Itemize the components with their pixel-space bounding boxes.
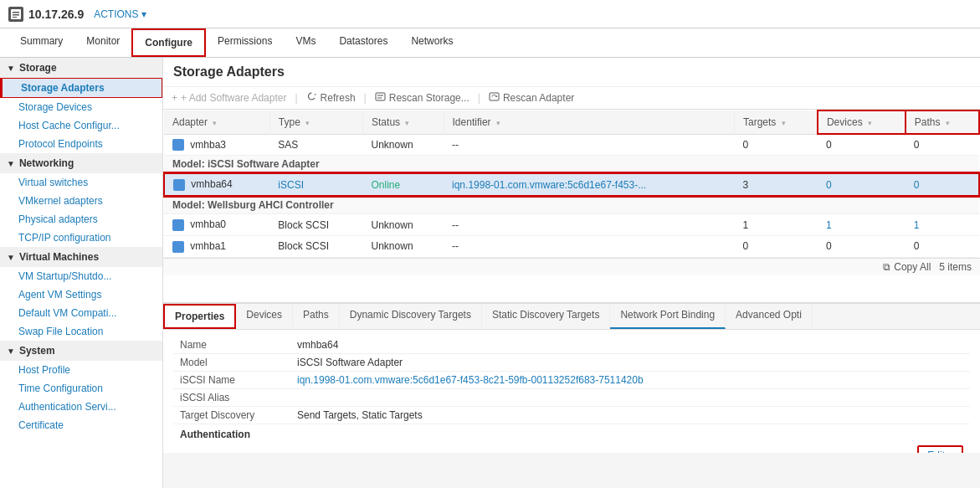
refresh-button[interactable]: Refresh: [306, 91, 356, 105]
plus-icon: +: [172, 92, 177, 104]
copy-all-button[interactable]: ⧉ Copy All: [883, 261, 931, 273]
model-row-iscsi: Model: iSCSI Software Adapter: [164, 156, 979, 174]
col-type[interactable]: Type ▾: [269, 110, 362, 134]
cell-status: Unknown: [363, 214, 444, 236]
cell-identifier: --: [444, 235, 734, 257]
cell-targets: 1: [734, 214, 817, 236]
col-identifier[interactable]: Identifier ▾: [444, 110, 734, 134]
col-paths[interactable]: Paths ▾: [906, 110, 979, 134]
host-title: 10.17.26.9: [28, 8, 84, 21]
cell-adapter: vmhba3: [164, 134, 269, 156]
col-status[interactable]: Status ▾: [363, 110, 444, 134]
table-row-selected[interactable]: vmhba64 iSCSI Online iqn.1998-01.com.vmw…: [164, 173, 979, 196]
sidebar: ▼ Storage Storage Adapters Storage Devic…: [0, 58, 163, 488]
cell-adapter: vmhba0: [164, 214, 269, 236]
adapter-icon: [173, 179, 185, 191]
prop-label: Model: [173, 354, 290, 372]
adapter-icon: [172, 241, 184, 253]
sidebar-item-auth-services[interactable]: Authentication Servi...: [0, 398, 162, 416]
sidebar-group-virtual-machines[interactable]: ▼ Virtual Machines: [0, 247, 162, 267]
sidebar-item-swap-file-location[interactable]: Swap File Location: [0, 322, 162, 341]
cell-targets: 0: [734, 235, 817, 257]
add-software-adapter-button[interactable]: + + Add Software Adapter: [172, 92, 286, 104]
tab-datastores[interactable]: Datastores: [327, 28, 399, 57]
table-row[interactable]: vmhba3 SAS Unknown -- 0 0 0: [164, 134, 979, 156]
properties-table: Name vmhba64 Model iSCSI Software Adapte…: [173, 336, 970, 424]
cell-type: SAS: [269, 134, 362, 156]
tab-vms[interactable]: VMs: [284, 28, 327, 57]
adapters-table: Adapter ▾ Type ▾ Status ▾: [163, 110, 980, 258]
cell-adapter: vmhba1: [164, 235, 269, 257]
rescan-storage-icon: [375, 91, 386, 105]
sidebar-item-vmkernel-adapters[interactable]: VMkernel adapters: [0, 192, 162, 210]
cell-adapter: vmhba64: [164, 173, 269, 196]
prop-name: Name vmhba64: [173, 336, 970, 354]
tab-advanced-options[interactable]: Advanced Opti: [726, 304, 813, 329]
table-row[interactable]: vmhba1 Block SCSI Unknown -- 0 0 0: [164, 235, 979, 257]
svg-rect-1: [13, 12, 19, 13]
table-row[interactable]: vmhba0 Block SCSI Unknown -- 1 1 1: [164, 214, 979, 236]
rescan-adapter-button[interactable]: Rescan Adapter: [489, 91, 574, 105]
host-icon: [8, 7, 23, 22]
prop-model: Model iSCSI Software Adapter: [173, 354, 970, 372]
svg-marker-4: [314, 94, 316, 96]
edit-button[interactable]: Edit...: [917, 445, 963, 453]
svg-rect-5: [376, 93, 385, 100]
authentication-header: Authentication: [173, 424, 970, 442]
sidebar-group-storage[interactable]: ▼ Storage: [0, 58, 162, 78]
tab-properties[interactable]: Properties: [163, 304, 236, 329]
sidebar-item-time-config[interactable]: Time Configuration: [0, 379, 162, 398]
sidebar-item-tcpip-config[interactable]: TCP/IP configuration: [0, 229, 162, 247]
model-label: Model: iSCSI Software Adapter: [164, 156, 979, 174]
sidebar-item-storage-devices[interactable]: Storage Devices: [0, 98, 162, 116]
cell-paths: 0: [906, 173, 979, 196]
bottom-panel: Properties Devices Paths Dynamic Discove…: [163, 302, 980, 453]
model-label: Model: Wellsburg AHCI Controller: [164, 196, 979, 214]
type-sort-icon: ▾: [305, 119, 310, 127]
prop-iscsi-alias: iSCSI Alias: [173, 389, 970, 407]
actions-button[interactable]: ACTIONS ▾: [94, 8, 146, 20]
content-area: Storage Adapters + + Add Software Adapte…: [163, 58, 980, 488]
tab-dynamic-discovery[interactable]: Dynamic Discovery Targets: [340, 304, 482, 329]
sidebar-group-networking[interactable]: ▼ Networking: [0, 153, 162, 173]
main-layout: ▼ Storage Storage Adapters Storage Devic…: [0, 58, 980, 488]
cell-type: iSCSI: [269, 173, 362, 196]
tab-network-port-binding[interactable]: Network Port Binding: [610, 304, 726, 329]
sidebar-item-vm-startup[interactable]: VM Startup/Shutdo...: [0, 267, 162, 285]
cell-identifier: iqn.1998-01.com.vmware:5c6d1e67-f453-...: [444, 173, 734, 196]
properties-content: Name vmhba64 Model iSCSI Software Adapte…: [163, 330, 980, 453]
cell-status: Unknown: [363, 235, 444, 257]
sidebar-item-virtual-switches[interactable]: Virtual switches: [0, 173, 162, 192]
adapter-icon: [172, 139, 184, 151]
cell-status: Unknown: [363, 134, 444, 156]
svg-rect-2: [13, 14, 19, 16]
sidebar-item-agent-vm-settings[interactable]: Agent VM Settings: [0, 285, 162, 304]
tab-paths[interactable]: Paths: [293, 304, 340, 329]
sidebar-item-physical-adapters[interactable]: Physical adapters: [0, 210, 162, 229]
prop-label: Target Discovery: [173, 407, 290, 424]
col-adapter[interactable]: Adapter ▾: [164, 110, 269, 134]
sidebar-item-protocol-endpoints[interactable]: Protocol Endpoints: [0, 135, 162, 153]
sidebar-item-certificate[interactable]: Certificate: [0, 416, 162, 434]
sidebar-item-host-profile[interactable]: Host Profile: [0, 361, 162, 379]
prop-value: [290, 389, 970, 407]
prop-value: vmhba64: [290, 336, 970, 354]
tab-monitor[interactable]: Monitor: [74, 28, 131, 57]
col-targets[interactable]: Targets ▾: [734, 110, 817, 134]
targets-sort-icon: ▾: [782, 119, 786, 127]
sidebar-item-default-vm-compat[interactable]: Default VM Compati...: [0, 304, 162, 322]
sidebar-group-system[interactable]: ▼ System: [0, 341, 162, 361]
adapter-icon: [172, 219, 184, 231]
sidebar-item-storage-adapters[interactable]: Storage Adapters: [0, 78, 162, 98]
tab-networks[interactable]: Networks: [399, 28, 464, 57]
networking-arrow: ▼: [7, 159, 15, 168]
tab-devices[interactable]: Devices: [236, 304, 293, 329]
tab-summary[interactable]: Summary: [8, 28, 74, 57]
rescan-storage-button[interactable]: Rescan Storage...: [375, 91, 469, 105]
sidebar-item-host-cache-config[interactable]: Host Cache Configur...: [0, 116, 162, 135]
prop-target-discovery: Target Discovery Send Targets, Static Ta…: [173, 407, 970, 424]
tab-configure[interactable]: Configure: [131, 28, 206, 57]
tab-static-discovery[interactable]: Static Discovery Targets: [482, 304, 611, 329]
col-devices[interactable]: Devices ▾: [818, 110, 906, 134]
tab-permissions[interactable]: Permissions: [206, 28, 284, 57]
